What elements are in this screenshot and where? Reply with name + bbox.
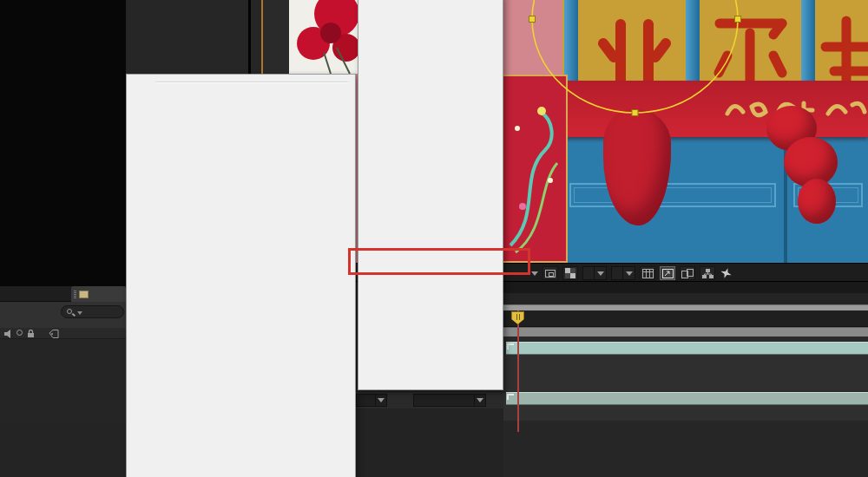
- grid-icon: [642, 269, 654, 278]
- annotation-highlight-rectangle: [348, 248, 530, 275]
- stylize-submenu: [358, 0, 503, 390]
- after-effects-window: [0, 0, 868, 477]
- dual-monitor-icon: [681, 269, 694, 278]
- mask-handle-left[interactable]: [529, 16, 536, 23]
- checkerboard-icon: [565, 268, 575, 278]
- timeline-panel: [0, 286, 126, 477]
- timeline-empty-area: [0, 424, 126, 477]
- horizontal-scrollbar[interactable]: [503, 327, 868, 337]
- dropdown-arrow-icon: [375, 395, 386, 406]
- current-view-button[interactable]: [660, 266, 675, 280]
- dropdown-arrow-icon: [474, 395, 485, 406]
- layer-2-duration-bar[interactable]: [506, 392, 868, 405]
- mask-handle-right[interactable]: [735, 16, 741, 23]
- panel-gap-strip: [126, 0, 289, 74]
- effect-context-menu: [126, 74, 356, 477]
- search-options-arrow-icon: [77, 311, 82, 315]
- parent-column-area: [356, 389, 503, 477]
- effect-controls-panel: [0, 0, 126, 286]
- transparency-grid-button[interactable]: [562, 266, 578, 280]
- timeline-top-strip: [503, 282, 868, 293]
- monitor-arrow-icon: [662, 269, 674, 278]
- timeline-column-header: [0, 328, 126, 339]
- work-area-bar[interactable]: [503, 304, 868, 310]
- grid-guides-button[interactable]: [640, 266, 655, 280]
- timeline-tab-bar: [0, 286, 126, 302]
- fast-previews-button[interactable]: [720, 267, 733, 279]
- fast-previews-icon: [720, 267, 733, 279]
- region-of-interest-button[interactable]: [542, 266, 558, 280]
- flowchart-icon: [702, 269, 713, 278]
- property-track-rows: [503, 355, 868, 392]
- search-icon: [67, 309, 72, 314]
- timeline-top-strip2: [503, 293, 868, 304]
- parent-row: [356, 392, 503, 408]
- search-box[interactable]: [61, 305, 124, 318]
- dropdown-arrow-icon: [622, 267, 635, 279]
- lock-column-icon: [27, 330, 35, 338]
- panel-edge: [263, 0, 289, 74]
- dropdown-arrow-icon: [594, 267, 606, 279]
- menu-separator: [155, 76, 348, 82]
- parent-dropdown[interactable]: [356, 394, 387, 407]
- label-column-icon: [49, 330, 59, 338]
- panel-menu-arrow-icon[interactable]: [531, 271, 538, 276]
- region-of-interest-icon: [545, 270, 556, 278]
- timeline-info-bar: [0, 302, 126, 328]
- property-track-row: [503, 405, 868, 421]
- layer-1-duration-bar[interactable]: [506, 342, 868, 355]
- tab-comp-1[interactable]: [71, 286, 126, 302]
- composition-icon: [79, 291, 89, 298]
- flowchart-button[interactable]: [700, 266, 715, 280]
- camera-view-dropdown[interactable]: [582, 266, 607, 280]
- mask-handle-bottom[interactable]: [632, 110, 638, 116]
- timeline-empty-tracks: [503, 421, 868, 477]
- time-ruler[interactable]: [503, 310, 868, 327]
- panel-divider: [248, 0, 251, 74]
- mask-ellipse[interactable]: [532, 0, 738, 113]
- pixel-aspect-button[interactable]: [680, 266, 695, 280]
- view-layout-dropdown[interactable]: [611, 266, 635, 280]
- active-panel-highlight-line: [261, 0, 263, 74]
- parent-dropdown-2[interactable]: [413, 394, 486, 407]
- timeline-track-area: [503, 282, 868, 477]
- tab-grip-icon: [74, 291, 76, 298]
- current-time-indicator-line[interactable]: [517, 310, 519, 432]
- audio-column-icon: [3, 330, 13, 338]
- solo-column-icon: [16, 330, 23, 336]
